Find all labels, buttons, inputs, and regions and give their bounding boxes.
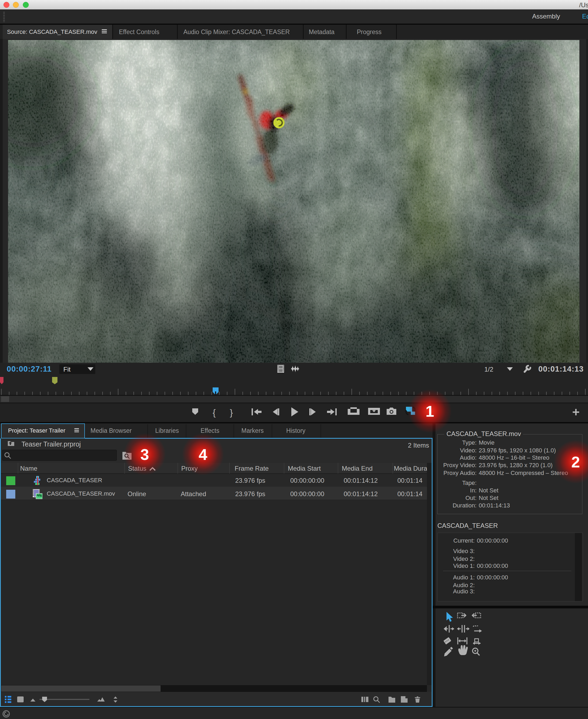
svg-text:{: {	[213, 407, 216, 418]
svg-text:}: }	[230, 407, 233, 418]
